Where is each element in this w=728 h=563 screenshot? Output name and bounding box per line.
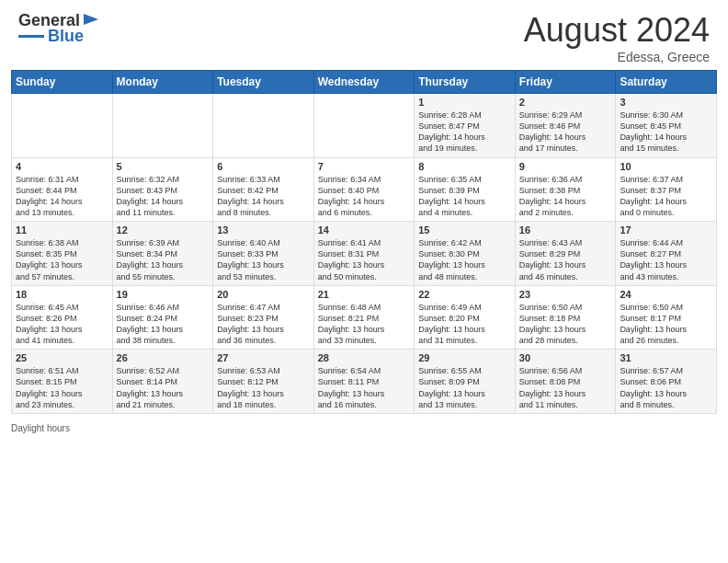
day-number: 12 xyxy=(117,224,210,236)
calendar-cell: 6Sunrise: 6:33 AM Sunset: 8:42 PM Daylig… xyxy=(213,157,314,222)
day-number: 29 xyxy=(418,352,511,363)
day-info: Sunrise: 6:56 AM Sunset: 8:08 PM Dayligh… xyxy=(519,365,612,410)
day-number: 25 xyxy=(16,352,108,363)
day-info: Sunrise: 6:50 AM Sunset: 8:17 PM Dayligh… xyxy=(620,302,712,347)
calendar-cell: 12Sunrise: 6:39 AM Sunset: 8:34 PM Dayli… xyxy=(112,222,213,286)
calendar-cell xyxy=(213,94,314,158)
weekday-header-sunday: Sunday xyxy=(12,71,113,94)
day-info: Sunrise: 6:54 AM Sunset: 8:11 PM Dayligh… xyxy=(318,365,411,410)
daylight-label: Daylight hours xyxy=(11,423,70,433)
day-number: 1 xyxy=(418,97,511,108)
location-subtitle: Edessa, Greece xyxy=(524,50,710,64)
weekday-header-monday: Monday xyxy=(112,71,213,94)
day-number: 31 xyxy=(620,352,712,363)
day-number: 2 xyxy=(519,97,612,108)
day-number: 27 xyxy=(217,352,310,363)
weekday-header-saturday: Saturday xyxy=(616,71,717,94)
logo-blue: Blue xyxy=(48,27,84,46)
calendar-header: SundayMondayTuesdayWednesdayThursdayFrid… xyxy=(12,71,717,94)
calendar-cell: 11Sunrise: 6:38 AM Sunset: 8:35 PM Dayli… xyxy=(12,222,113,286)
day-info: Sunrise: 6:39 AM Sunset: 8:34 PM Dayligh… xyxy=(117,237,210,282)
calendar-wrapper: SundayMondayTuesdayWednesdayThursdayFrid… xyxy=(0,70,728,419)
day-info: Sunrise: 6:29 AM Sunset: 8:46 PM Dayligh… xyxy=(519,109,612,155)
day-info: Sunrise: 6:48 AM Sunset: 8:21 PM Dayligh… xyxy=(318,302,411,347)
day-info: Sunrise: 6:41 AM Sunset: 8:31 PM Dayligh… xyxy=(318,237,411,282)
day-info: Sunrise: 6:35 AM Sunset: 8:39 PM Dayligh… xyxy=(418,174,511,219)
calendar-cell: 5Sunrise: 6:32 AM Sunset: 8:43 PM Daylig… xyxy=(112,157,213,222)
day-number: 4 xyxy=(16,161,108,172)
day-number: 19 xyxy=(117,289,210,300)
calendar-cell: 25Sunrise: 6:51 AM Sunset: 8:15 PM Dayli… xyxy=(12,350,113,414)
calendar-cell xyxy=(313,94,415,158)
day-info: Sunrise: 6:45 AM Sunset: 8:26 PM Dayligh… xyxy=(16,302,108,347)
day-number: 18 xyxy=(16,289,108,300)
day-info: Sunrise: 6:28 AM Sunset: 8:47 PM Dayligh… xyxy=(418,109,511,155)
calendar-cell: 30Sunrise: 6:56 AM Sunset: 8:08 PM Dayli… xyxy=(515,350,616,414)
calendar-cell: 3Sunrise: 6:30 AM Sunset: 8:45 PM Daylig… xyxy=(616,94,717,158)
calendar-cell: 24Sunrise: 6:50 AM Sunset: 8:17 PM Dayli… xyxy=(616,285,717,350)
day-info: Sunrise: 6:55 AM Sunset: 8:09 PM Dayligh… xyxy=(418,365,511,410)
weekday-header-thursday: Thursday xyxy=(415,71,516,94)
calendar-cell: 14Sunrise: 6:41 AM Sunset: 8:31 PM Dayli… xyxy=(313,222,415,286)
weekday-header-wednesday: Wednesday xyxy=(313,71,415,94)
calendar-table: SundayMondayTuesdayWednesdayThursdayFrid… xyxy=(11,70,717,414)
day-number: 10 xyxy=(620,161,712,172)
calendar-cell: 4Sunrise: 6:31 AM Sunset: 8:44 PM Daylig… xyxy=(12,157,113,222)
day-info: Sunrise: 6:51 AM Sunset: 8:15 PM Dayligh… xyxy=(16,365,108,410)
calendar-cell: 17Sunrise: 6:44 AM Sunset: 8:27 PM Dayli… xyxy=(616,222,717,286)
day-number: 26 xyxy=(117,352,210,363)
calendar-cell: 10Sunrise: 6:37 AM Sunset: 8:37 PM Dayli… xyxy=(616,157,717,222)
page-header: General Blue August 2024 Edessa, Greece xyxy=(0,0,728,70)
day-info: Sunrise: 6:38 AM Sunset: 8:35 PM Dayligh… xyxy=(16,237,108,282)
svg-marker-0 xyxy=(84,14,98,25)
day-number: 11 xyxy=(16,224,108,236)
calendar-cell: 1Sunrise: 6:28 AM Sunset: 8:47 PM Daylig… xyxy=(415,94,516,158)
calendar-cell: 20Sunrise: 6:47 AM Sunset: 8:23 PM Dayli… xyxy=(213,285,314,350)
day-info: Sunrise: 6:34 AM Sunset: 8:40 PM Dayligh… xyxy=(318,174,411,219)
day-info: Sunrise: 6:30 AM Sunset: 8:45 PM Dayligh… xyxy=(620,109,712,155)
day-number: 21 xyxy=(318,289,411,300)
day-info: Sunrise: 6:47 AM Sunset: 8:23 PM Dayligh… xyxy=(217,302,310,347)
day-number: 15 xyxy=(418,224,511,236)
calendar-cell: 23Sunrise: 6:50 AM Sunset: 8:18 PM Dayli… xyxy=(515,285,616,350)
calendar-cell: 16Sunrise: 6:43 AM Sunset: 8:29 PM Dayli… xyxy=(515,222,616,286)
day-number: 6 xyxy=(217,161,310,172)
month-year-title: August 2024 xyxy=(524,11,710,50)
calendar-cell: 27Sunrise: 6:53 AM Sunset: 8:12 PM Dayli… xyxy=(213,350,314,414)
title-block: August 2024 Edessa, Greece xyxy=(524,11,710,64)
day-info: Sunrise: 6:50 AM Sunset: 8:18 PM Dayligh… xyxy=(519,302,612,347)
calendar-cell: 13Sunrise: 6:40 AM Sunset: 8:33 PM Dayli… xyxy=(213,222,314,286)
day-number: 7 xyxy=(318,161,411,172)
day-info: Sunrise: 6:40 AM Sunset: 8:33 PM Dayligh… xyxy=(217,237,310,282)
calendar-cell: 19Sunrise: 6:46 AM Sunset: 8:24 PM Dayli… xyxy=(112,285,213,350)
day-info: Sunrise: 6:52 AM Sunset: 8:14 PM Dayligh… xyxy=(117,365,210,410)
calendar-cell: 8Sunrise: 6:35 AM Sunset: 8:39 PM Daylig… xyxy=(415,157,516,222)
day-info: Sunrise: 6:36 AM Sunset: 8:38 PM Dayligh… xyxy=(519,174,612,219)
day-number: 8 xyxy=(418,161,511,172)
weekday-header-tuesday: Tuesday xyxy=(213,71,314,94)
day-number: 14 xyxy=(318,224,411,236)
day-number: 17 xyxy=(620,224,712,236)
day-number: 5 xyxy=(117,161,210,172)
logo-flag-icon xyxy=(82,12,100,30)
calendar-cell: 22Sunrise: 6:49 AM Sunset: 8:20 PM Dayli… xyxy=(415,285,516,350)
weekday-header-friday: Friday xyxy=(515,71,616,94)
calendar-cell: 18Sunrise: 6:45 AM Sunset: 8:26 PM Dayli… xyxy=(12,285,113,350)
calendar-cell: 15Sunrise: 6:42 AM Sunset: 8:30 PM Dayli… xyxy=(415,222,516,286)
calendar-cell xyxy=(12,94,113,158)
calendar-cell: 2Sunrise: 6:29 AM Sunset: 8:46 PM Daylig… xyxy=(515,94,616,158)
calendar-cell: 21Sunrise: 6:48 AM Sunset: 8:21 PM Dayli… xyxy=(313,285,415,350)
day-info: Sunrise: 6:46 AM Sunset: 8:24 PM Dayligh… xyxy=(117,302,210,347)
day-info: Sunrise: 6:33 AM Sunset: 8:42 PM Dayligh… xyxy=(217,174,310,219)
day-number: 9 xyxy=(519,161,612,172)
calendar-cell: 29Sunrise: 6:55 AM Sunset: 8:09 PM Dayli… xyxy=(415,350,516,414)
day-number: 13 xyxy=(217,224,310,236)
day-number: 30 xyxy=(519,352,612,363)
logo: General Blue xyxy=(18,11,100,46)
day-number: 16 xyxy=(519,224,612,236)
day-number: 22 xyxy=(418,289,511,300)
calendar-cell: 31Sunrise: 6:57 AM Sunset: 8:06 PM Dayli… xyxy=(616,350,717,414)
day-info: Sunrise: 6:53 AM Sunset: 8:12 PM Dayligh… xyxy=(217,365,310,410)
day-info: Sunrise: 6:37 AM Sunset: 8:37 PM Dayligh… xyxy=(620,174,712,219)
calendar-cell: 28Sunrise: 6:54 AM Sunset: 8:11 PM Dayli… xyxy=(313,350,415,414)
